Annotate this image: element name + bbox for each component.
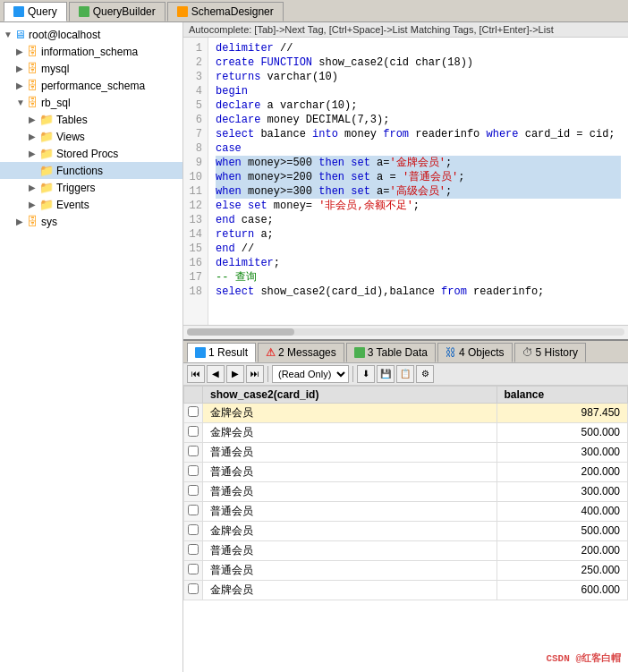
querybuilder-tab-icon [79, 6, 89, 17]
expander-triggers: ▶ [29, 183, 39, 192]
code-line-18: select show_case2(card_id),balance from … [216, 285, 621, 299]
sidebar-item-rb-sql[interactable]: ▼ 🗄 rb_sql [0, 94, 182, 111]
table-row[interactable]: 普通会员 200.000 [184, 462, 628, 481]
toolbar-btn-settings[interactable]: ⚙ [416, 365, 434, 383]
sidebar-item-storedprocs[interactable]: ▶ 📁 Stored Procs [0, 145, 182, 162]
toolbar-btn-prev[interactable]: ◀ [207, 365, 225, 383]
scrollbar-thumb[interactable] [187, 328, 294, 336]
folder-icon-functions: 📁 [39, 164, 54, 177]
col-header-show-case2[interactable]: show_case2(card_id) [203, 386, 497, 403]
tab-querybuilder[interactable]: QueryBuilder [69, 2, 165, 21]
db-icon-ps: 🗄 [27, 79, 38, 92]
table-row[interactable]: 金牌会员 500.000 [184, 521, 628, 540]
code-line-13: end case; [216, 213, 621, 227]
sidebar-item-root[interactable]: ▼ 🖥 root@localhost [0, 26, 182, 43]
sidebar-item-functions[interactable]: 📁 Functions [0, 162, 182, 179]
table-row[interactable]: 普通会员 200.000 [184, 540, 628, 560]
row-check-cell[interactable] [184, 560, 203, 580]
toolbar-btn-save[interactable]: 💾 [377, 365, 395, 383]
toolbar-btn-last[interactable]: ⏭ [246, 365, 264, 383]
row-balance-cell: 250.000 [496, 560, 627, 580]
table-row[interactable]: 金牌会员 600.000 [184, 580, 628, 600]
sidebar-item-sys[interactable]: ▶ 🗄 sys [0, 213, 182, 230]
col-header-balance[interactable]: balance [496, 386, 627, 403]
table-row[interactable]: 金牌会员 500.000 [184, 422, 628, 442]
folder-icon-views: 📁 [39, 130, 54, 143]
toolbar-readonly-select[interactable]: (Read Only) [272, 365, 349, 383]
row-check-cell[interactable] [184, 481, 203, 501]
table-row[interactable]: 普通会员 300.000 [184, 481, 628, 501]
code-line-11: when money>=300 then set a='高级会员'; [216, 184, 621, 199]
row-check-cell[interactable] [184, 501, 203, 521]
row-balance-cell: 300.000 [496, 442, 627, 462]
code-editor[interactable]: 1 2 3 4 5 6 7 8 9 10 11 12 13 14 15 16 1… [183, 38, 628, 325]
toolbar-btn-export[interactable]: ⬇ [357, 365, 375, 383]
row-check-cell[interactable] [184, 442, 203, 462]
editor-scrollbar[interactable] [183, 325, 628, 339]
result-tab-history[interactable]: ⏱ 5 History [514, 343, 586, 362]
sidebar-item-tables[interactable]: ▶ 📁 Tables [0, 111, 182, 128]
result-tab-result[interactable]: 1 Result [187, 343, 256, 362]
sidebar-item-mysql[interactable]: ▶ 🗄 mysql [0, 60, 182, 77]
row-check-cell[interactable] [184, 462, 203, 481]
sidebar-item-views[interactable]: ▶ 📁 Views [0, 128, 182, 145]
code-line-16: delimiter; [216, 256, 621, 270]
result-tab-tabledata[interactable]: 3 Table Data [346, 343, 436, 362]
toolbar-btn-first[interactable]: ⏮ [187, 365, 205, 383]
expander-events: ▶ [29, 200, 39, 209]
sidebar[interactable]: ▼ 🖥 root@localhost ▶ 🗄 information_schem… [0, 22, 183, 672]
objects-icon: ⛓ [446, 346, 456, 359]
db-icon-mysql: 🗄 [27, 62, 38, 75]
code-line-2: create FUNCTION show_case2(cid char(18)) [216, 55, 621, 70]
row-balance-cell: 300.000 [496, 481, 627, 501]
scrollbar-track[interactable] [187, 328, 624, 336]
db-icon-rbsql: 🗄 [27, 96, 38, 109]
folder-icon-sp: 📁 [39, 147, 54, 160]
toolbar-btn-next[interactable]: ▶ [226, 365, 244, 383]
expander-mysql: ▶ [16, 64, 27, 73]
row-value-cell: 金牌会员 [203, 521, 497, 540]
tab-schemadesigner[interactable]: SchemaDesigner [167, 2, 284, 21]
result-toolbar: ⏮ ◀ ▶ ⏭ (Read Only) ⬇ 💾 📋 ⚙ [183, 363, 628, 386]
folder-icon-tables: 📁 [39, 113, 54, 126]
result-tabs-bar: 1 Result ⚠ 2 Messages 3 Table Data ⛓ 4 O… [183, 339, 628, 363]
col-header-check [184, 386, 203, 403]
row-check-cell[interactable] [184, 403, 203, 422]
table-row[interactable]: 普通会员 300.000 [184, 442, 628, 462]
result-tab-objects[interactable]: ⛓ 4 Objects [437, 343, 513, 362]
sidebar-item-performance-schema[interactable]: ▶ 🗄 performance_schema [0, 77, 182, 94]
tab-query[interactable]: Query [4, 2, 67, 21]
table-row[interactable]: 普通会员 400.000 [184, 501, 628, 521]
result-tab-messages[interactable]: ⚠ 2 Messages [258, 343, 344, 362]
expander-tables: ▶ [29, 115, 39, 124]
db-icon-is: 🗄 [27, 45, 38, 58]
sidebar-item-triggers[interactable]: ▶ 📁 Triggers [0, 179, 182, 196]
table-row[interactable]: 金牌会员 987.450 [184, 403, 628, 422]
row-balance-cell: 400.000 [496, 501, 627, 521]
table-row[interactable]: 普通会员 250.000 [184, 560, 628, 580]
result-table: show_case2(card_id) balance 金牌会员 987.450… [183, 386, 628, 600]
row-check-cell[interactable] [184, 540, 203, 560]
row-check-cell[interactable] [184, 521, 203, 540]
row-balance-cell: 987.450 [496, 403, 627, 422]
expander-views: ▶ [29, 132, 39, 141]
query-tab-icon [13, 6, 24, 17]
row-check-cell[interactable] [184, 422, 203, 442]
toolbar-btn-copy[interactable]: 📋 [396, 365, 414, 383]
folder-icon-triggers: 📁 [39, 181, 54, 194]
code-line-10: when money>=200 then set a = '普通会员'; [216, 170, 621, 184]
code-line-14: return a; [216, 227, 621, 242]
sidebar-item-information-schema[interactable]: ▶ 🗄 information_schema [0, 43, 182, 60]
content-area: Autocomplete: [Tab]->Next Tag, [Ctrl+Spa… [183, 22, 628, 672]
code-line-5: declare a varchar(10); [216, 98, 621, 113]
expander-rbsql: ▼ [16, 98, 27, 107]
code-content[interactable]: delimiter // create FUNCTION show_case2(… [208, 38, 628, 325]
server-icon: 🖥 [14, 28, 26, 41]
code-line-8: case [216, 141, 621, 156]
row-check-cell[interactable] [184, 580, 203, 600]
result-table-container[interactable]: show_case2(card_id) balance 金牌会员 987.450… [183, 386, 628, 673]
expander-ps: ▶ [16, 81, 27, 90]
row-value-cell: 普通会员 [203, 442, 497, 462]
sidebar-item-events[interactable]: ▶ 📁 Events [0, 196, 182, 213]
history-icon: ⏱ [522, 346, 533, 359]
